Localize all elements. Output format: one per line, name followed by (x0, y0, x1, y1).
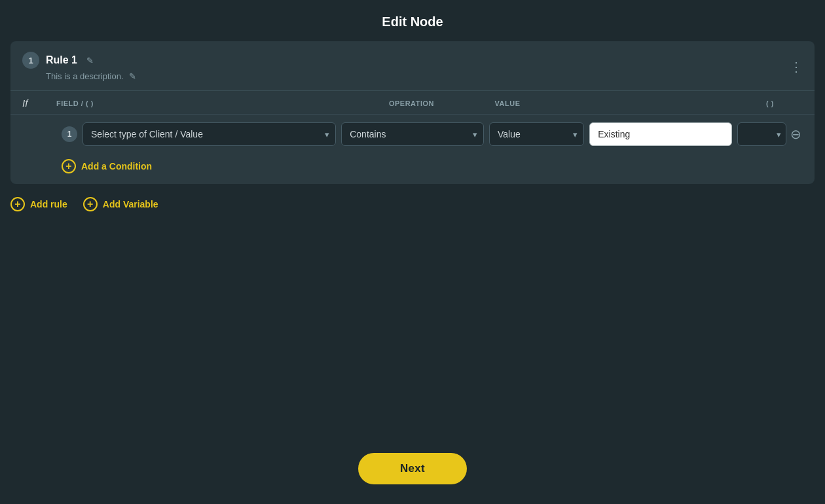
col-value-header: Value (490, 99, 737, 107)
add-rule-label: Add rule (30, 199, 67, 209)
value-type-wrapper: Value Variable (489, 122, 584, 146)
rule-header: 1 Rule 1 ✎ This is a description. ✎ ⋮ (10, 41, 815, 91)
next-button[interactable]: Next (358, 453, 467, 484)
rule-description: This is a description. ✎ (46, 71, 136, 81)
condition-header-row: If FIELD / ( ) Operation Value ( ) (10, 91, 815, 115)
bottom-actions: + Add rule + Add Variable (10, 194, 815, 214)
operation-select-container: Contains Equals Not Equals Starts With E… (341, 122, 484, 146)
rule-menu-icon[interactable]: ⋮ (790, 60, 803, 73)
paren-select-container: ( ) (737, 122, 786, 146)
condition-area: If FIELD / ( ) Operation Value ( ) 1 Sel… (10, 91, 815, 184)
col-paren-header: ( ) (737, 99, 803, 107)
add-rule-button[interactable]: + Add rule (10, 197, 67, 211)
if-label: If (22, 98, 56, 109)
paren-select[interactable]: ( ) (737, 122, 786, 146)
add-condition-button[interactable]: + Add a Condition (62, 159, 152, 173)
condition-number: 1 (62, 126, 77, 142)
paren-wrapper: ( ) ⊖ (737, 122, 803, 146)
value-text-input[interactable] (589, 122, 732, 146)
rule-card: 1 Rule 1 ✎ This is a description. ✎ ⋮ If… (10, 41, 815, 184)
add-condition-row: + Add a Condition (10, 154, 815, 184)
add-condition-label: Add a Condition (81, 161, 152, 171)
value-type-select[interactable]: Value Variable (489, 122, 584, 146)
field-select-container: Select type of Client / Value (82, 122, 336, 146)
page-title: Edit Node (0, 0, 825, 41)
operation-select[interactable]: Contains Equals Not Equals Starts With E… (341, 122, 484, 146)
remove-condition-button[interactable]: ⊖ (789, 125, 803, 143)
add-variable-circle-icon: + (83, 197, 98, 211)
rule-header-left: 1 Rule 1 ✎ This is a description. ✎ (22, 52, 136, 81)
operation-select-wrapper: Contains Equals Not Equals Starts With E… (341, 122, 484, 146)
add-rule-circle-icon: + (10, 197, 25, 211)
value-input-wrapper (589, 122, 732, 146)
rule-number-badge: 1 (22, 52, 39, 69)
field-select[interactable]: Select type of Client / Value (82, 122, 336, 146)
rule-title: Rule 1 (46, 54, 77, 66)
rule-description-edit-icon[interactable]: ✎ (129, 71, 136, 81)
rule-title-edit-icon[interactable]: ✎ (86, 56, 94, 65)
next-btn-container: Next (10, 437, 815, 504)
add-variable-label: Add Variable (103, 199, 158, 209)
field-select-wrapper: Select type of Client / Value (82, 122, 336, 146)
add-variable-button[interactable]: + Add Variable (83, 197, 158, 211)
value-type-select-container: Value Variable (489, 122, 584, 146)
condition-row: 1 Select type of Client / Value Contains (10, 115, 815, 154)
col-operation-header: Operation (333, 99, 489, 107)
rule-number-title: 1 Rule 1 ✎ (22, 52, 94, 69)
col-headers: FIELD / ( ) Operation Value ( ) (56, 99, 803, 107)
add-condition-circle-icon: + (62, 159, 76, 173)
col-field-header: FIELD / ( ) (56, 99, 333, 107)
